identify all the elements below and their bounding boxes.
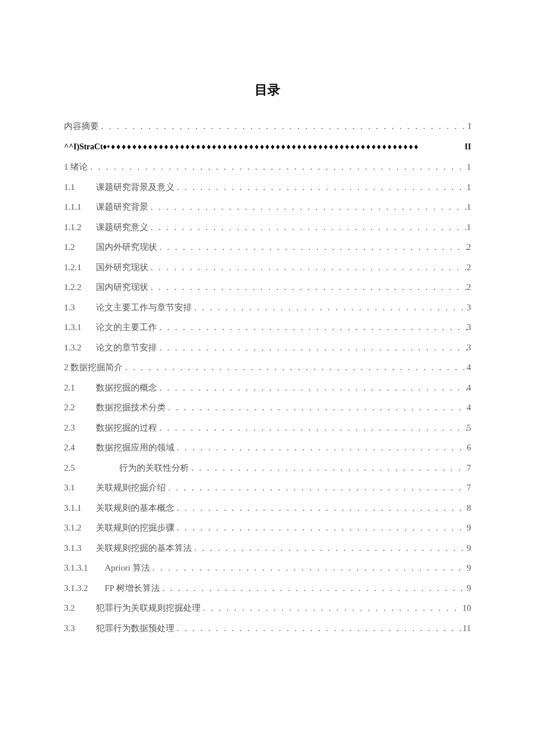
toc-page-number: 4 [467, 384, 472, 392]
toc-page-number: 7 [467, 483, 472, 492]
toc-page-number: 9 [467, 524, 472, 532]
toc-entry-label: 国外研究现状 [96, 263, 148, 272]
abstract-line: ^^I)StraCt♦• ♦♦♦♦♦♦♦♦♦♦♦♦♦♦♦♦♦♦♦♦♦♦♦♦♦♦♦… [64, 142, 471, 152]
toc-entry-label: 数据挖掘技术分类 [96, 403, 166, 412]
toc-leader: . . . . . . . . . . . . . . . . . . . . … [174, 624, 463, 633]
toc-leader: . . . . . . . . . . . . . . . . . . . . … [157, 384, 467, 392]
toc-entry-number: 1.2.2 [64, 283, 96, 292]
toc-entry: 3.2犯罪行为关联规则挖掘处理. . . . . . . . . . . . .… [64, 604, 471, 612]
toc-leader: . . . . . . . . . . . . . . . . . . . . … [148, 263, 467, 272]
toc-page-number: 2 [467, 263, 472, 272]
toc-entry-number: 3.2 [64, 604, 96, 612]
toc-entry-label: 2 数据挖掘简介 [64, 363, 123, 372]
toc-entry-label: 课题研究背景及意义 [96, 183, 174, 192]
toc-leader: . . . . . . . . . . . . . . . . . . . . … [148, 283, 467, 292]
toc-leader: . . . . . . . . . . . . . . . . . . . . … [174, 524, 467, 532]
toc-entry-label: 数据挖掘的概念 [96, 384, 157, 392]
toc-page-number: 6 [467, 443, 472, 452]
toc-entry-label: 论文的章节安排 [96, 343, 157, 352]
toc-entry-number: 3.1.3.1 [64, 564, 105, 572]
toc-entry: 内容摘要. . . . . . . . . . . . . . . . . . … [64, 122, 471, 131]
toc-page-number: 5 [467, 424, 472, 432]
toc-entry-label: 论文的主要工作 [96, 323, 157, 332]
toc-entry-number: 3.1.3.2 [64, 584, 105, 593]
toc-leader: . . . . . . . . . . . . . . . . . . . . … [201, 604, 462, 612]
toc-entry-label: 行为的关联性分析 [96, 464, 189, 472]
toc-entry-number: 1.3.2 [64, 343, 96, 352]
abstract-page: II [465, 142, 471, 152]
toc-entry-number: 3.3 [64, 624, 96, 633]
page-container: 目录 内容摘要. . . . . . . . . . . . . . . . .… [0, 0, 535, 633]
toc-leader: . . . . . . . . . . . . . . . . . . . . … [88, 163, 466, 171]
toc-entry: 1.3.2论文的章节安排. . . . . . . . . . . . . . … [64, 343, 471, 352]
toc-entry-number: 2.5 [64, 464, 96, 472]
toc-page-number: 7 [467, 464, 472, 472]
toc-entry: 3.1关联规则挖掘介绍. . . . . . . . . . . . . . .… [64, 483, 471, 492]
toc-leader: . . . . . . . . . . . . . . . . . . . . … [192, 303, 467, 312]
toc-entry-number: 3.1.2 [64, 524, 96, 532]
toc-leader: . . . . . . . . . . . . . . . . . . . . … [192, 544, 467, 553]
toc-leader: . . . . . . . . . . . . . . . . . . . . … [166, 403, 467, 412]
toc-page-number: 4 [467, 363, 472, 372]
toc-entry: 3.1.2关联规则的挖掘步骤. . . . . . . . . . . . . … [64, 524, 471, 532]
toc-entry: 1.2.1国外研究现状. . . . . . . . . . . . . . .… [64, 263, 471, 272]
toc-leader: . . . . . . . . . . . . . . . . . . . . … [157, 343, 467, 352]
toc-entry-number: 1.1.1 [64, 203, 96, 212]
toc-entry: 1.3.1论文的主要工作. . . . . . . . . . . . . . … [64, 323, 471, 332]
toc-entry-number: 2.3 [64, 424, 96, 432]
toc-entry: 2.2数据挖掘技术分类. . . . . . . . . . . . . . .… [64, 403, 471, 412]
toc-entries: 1 绪论. . . . . . . . . . . . . . . . . . … [64, 163, 471, 633]
toc-leader: . . . . . . . . . . . . . . . . . . . . … [148, 223, 467, 232]
toc-entry-number: 2.2 [64, 403, 96, 412]
toc-leader: . . . . . . . . . . . . . . . . . . . . … [157, 243, 467, 252]
toc-page-number: 9 [467, 564, 472, 572]
toc-entry-label: 内容摘要 [64, 122, 99, 131]
toc-entry-number: 2.4 [64, 443, 96, 452]
toc-leader: . . . . . . . . . . . . . . . . . . . . … [148, 203, 467, 212]
toc-leader: . . . . . . . . . . . . . . . . . . . . … [99, 122, 468, 131]
toc-page-number: 1 [467, 223, 472, 232]
toc-entry-number: 1.2.1 [64, 263, 96, 272]
toc-entry-number: 1.1.2 [64, 223, 96, 232]
toc-entry-label: 关联规则的基本概念 [96, 504, 174, 513]
toc-entry: 1.3论文主要工作与章节安排. . . . . . . . . . . . . … [64, 303, 471, 312]
toc-entry-label: 国内外研究现状 [96, 243, 157, 252]
toc-page-number: 1 [467, 163, 472, 171]
toc-leader: . . . . . . . . . . . . . . . . . . . . … [160, 584, 467, 593]
toc-page-number: 8 [467, 504, 472, 513]
toc-title: 目录 [64, 81, 471, 99]
toc-entry-label: 数据挖掘应用的领域 [96, 443, 174, 452]
toc-leader: . . . . . . . . . . . . . . . . . . . . … [174, 443, 467, 452]
toc-entry: 2.3数据挖掘的过程. . . . . . . . . . . . . . . … [64, 424, 471, 432]
toc-entry: 1.1.2课题研究意义. . . . . . . . . . . . . . .… [64, 223, 471, 232]
toc-pre-entries: 内容摘要. . . . . . . . . . . . . . . . . . … [64, 122, 471, 131]
toc-page-number: 1 [467, 183, 472, 192]
toc-page-number: 1 [467, 203, 472, 212]
toc-entry: 1.1课题研究背景及意义. . . . . . . . . . . . . . … [64, 183, 471, 192]
toc-entry-label: 1 绪论 [64, 163, 88, 171]
toc-page-number: 2 [467, 283, 472, 292]
toc-entry-number: 1.1 [64, 183, 96, 192]
toc-entry-label: 关联规则挖掘的基本算法 [96, 544, 192, 553]
toc-page-number: 4 [467, 403, 472, 412]
toc-entry: 2 数据挖掘简介. . . . . . . . . . . . . . . . … [64, 363, 471, 372]
toc-entry: 2.5行为的关联性分析. . . . . . . . . . . . . . .… [64, 464, 471, 472]
toc-entry-label: 课题研究意义 [96, 223, 148, 232]
toc-entry-label: Apriori 算法 [105, 564, 150, 572]
toc-entry-label: 课题研究背景 [96, 203, 148, 212]
toc-leader: . . . . . . . . . . . . . . . . . . . . … [123, 363, 466, 372]
toc-page-number: 3 [467, 303, 472, 312]
toc-entry-number: 1.3.1 [64, 323, 96, 332]
toc-entry-number: 3.1.1 [64, 504, 96, 513]
toc-entry: 1.1.1课题研究背景. . . . . . . . . . . . . . .… [64, 203, 471, 212]
toc-entry-number: 1.3 [64, 303, 96, 312]
toc-entry: 3.1.3.2FP 树增长算法. . . . . . . . . . . . .… [64, 584, 471, 593]
toc-leader: . . . . . . . . . . . . . . . . . . . . … [150, 564, 467, 572]
abstract-leader: ♦♦♦♦♦♦♦♦♦♦♦♦♦♦♦♦♦♦♦♦♦♦♦♦♦♦♦♦♦♦♦♦♦♦♦♦♦♦♦♦… [110, 142, 465, 152]
toc-entry-label: 关联规则的挖掘步骤 [96, 524, 174, 532]
toc-page-number: 9 [467, 584, 472, 593]
toc-entry-label: 数据挖掘的过程 [96, 424, 157, 432]
toc-entry-number: 1.2 [64, 243, 96, 252]
toc-page-number: 10 [462, 604, 471, 612]
toc-entry: 3.1.3.1Apriori 算法. . . . . . . . . . . .… [64, 564, 471, 572]
